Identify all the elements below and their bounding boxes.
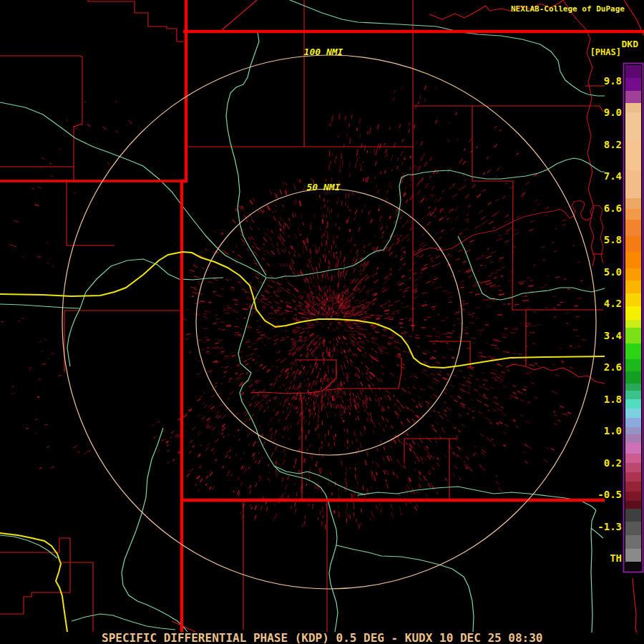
colorbar-segment xyxy=(625,434,641,444)
colorbar-segment xyxy=(625,343,641,360)
colorbar-tick--1.3: -1.3 xyxy=(597,520,622,533)
colorbar-segment xyxy=(625,209,641,220)
county-boundary-line xyxy=(0,538,70,614)
colorbar-segment xyxy=(625,492,641,502)
county-boundary-line xyxy=(88,0,184,42)
colorbar-tick-3.4: 3.4 xyxy=(604,329,622,342)
colorbar-tick-9.0: 9.0 xyxy=(604,106,622,119)
highway-line xyxy=(0,533,67,632)
colorbar-segment xyxy=(625,535,641,550)
radar-echo-noise xyxy=(1,86,587,530)
colorbar-tick-8.2: 8.2 xyxy=(604,138,622,151)
colorbar-segment xyxy=(625,220,641,237)
river-line xyxy=(72,614,175,630)
county-boundary-line xyxy=(563,0,595,266)
colorbar-tick-1.0: 1.0 xyxy=(604,424,622,437)
colorbar-segment xyxy=(625,427,641,435)
colorbar-segment xyxy=(625,509,641,522)
colorbar-segment xyxy=(625,91,641,104)
colorbar-segment xyxy=(625,472,641,482)
county-boundary-line xyxy=(67,180,114,245)
colorbar-tick-0.2: 0.2 xyxy=(604,457,622,469)
river-line xyxy=(458,236,605,300)
county-boundary-line xyxy=(414,106,603,112)
county-boundary-line xyxy=(172,621,195,632)
colorbar-tick-9.8: 9.8 xyxy=(604,74,622,87)
river-line xyxy=(0,259,223,308)
range-ring-50nmi-label: 50 NMI xyxy=(307,182,341,192)
radar-display: NEXLAB-College of DuPage DKD [PHAS] 9.89… xyxy=(0,0,644,644)
map-layers xyxy=(0,0,644,633)
colorbar-segment xyxy=(625,170,641,199)
range-ring-100nmi xyxy=(62,55,596,589)
colorbar-segment xyxy=(625,65,641,79)
county-boundary-line xyxy=(222,0,257,30)
county-boundary-line xyxy=(301,394,302,499)
colorbar-segment xyxy=(625,463,641,473)
colorbar-product-code: DKD xyxy=(622,39,638,49)
colorbar-segment xyxy=(625,103,641,113)
colorbar-segment xyxy=(625,384,641,391)
colorbar-tick--0.5: -0.5 xyxy=(597,488,622,501)
river-line xyxy=(0,535,57,558)
colorbar-segment xyxy=(625,268,641,281)
colorbar-tick-6.6: 6.6 xyxy=(604,202,622,215)
colorbar-tick-TH: TH xyxy=(610,552,622,565)
colorbar-segment xyxy=(625,320,641,328)
colorbar-segment xyxy=(625,482,641,492)
app-title: NEXLAB-College of DuPage xyxy=(511,4,625,14)
colorbar-segment xyxy=(625,443,641,454)
colorbar-segment xyxy=(625,454,641,464)
county-boundary-line xyxy=(472,106,513,310)
colorbar-segment xyxy=(625,549,641,562)
colorbar-segment xyxy=(625,236,641,253)
product-caption: SPECIFIC DIFFERENTIAL PHASE (KDP) 0.5 DE… xyxy=(102,633,543,644)
colorbar-segment xyxy=(625,359,641,372)
county-boundary-line xyxy=(429,341,470,367)
colorbar-segment xyxy=(625,501,641,509)
colorbar-tick-7.4: 7.4 xyxy=(604,170,622,182)
colorbar-segment xyxy=(625,280,641,294)
colorbar-segment xyxy=(625,562,641,571)
radar-map xyxy=(0,0,644,644)
colorbar-tick-4.2: 4.2 xyxy=(604,297,622,310)
colorbar-segment xyxy=(625,399,641,409)
colorbar-tick-5.8: 5.8 xyxy=(604,233,622,246)
colorbar-segment xyxy=(625,328,641,344)
colorbar-segment xyxy=(625,293,641,307)
range-ring-100nmi-label: 100 NMI xyxy=(304,47,343,57)
county-boundary-line xyxy=(59,562,93,632)
colorbar-segment xyxy=(625,306,641,321)
colorbar-segment xyxy=(625,391,641,400)
colorbar-tick-1.8: 1.8 xyxy=(604,393,622,406)
river-line xyxy=(122,428,187,632)
river-line xyxy=(358,487,596,510)
colorbar-segment xyxy=(625,371,641,384)
colorbar-tick-5.0: 5.0 xyxy=(604,265,622,278)
colorbar-tick-2.6: 2.6 xyxy=(604,361,622,374)
county-boundary-line xyxy=(0,56,82,180)
colorbar-segment xyxy=(625,522,641,536)
colorbar-segment xyxy=(625,112,641,141)
colorbar-segment xyxy=(625,409,641,419)
colorbar-units-label: [PHAS] xyxy=(590,47,621,57)
station-logo-icon xyxy=(630,2,644,44)
colorbar-segment xyxy=(625,252,641,269)
colorbar-segment xyxy=(625,418,641,428)
river-line xyxy=(67,308,80,366)
colorbar-segment xyxy=(625,78,641,92)
colorbar-segment xyxy=(625,198,641,210)
colorbar-segment xyxy=(625,140,641,171)
state-border-line xyxy=(182,0,186,632)
